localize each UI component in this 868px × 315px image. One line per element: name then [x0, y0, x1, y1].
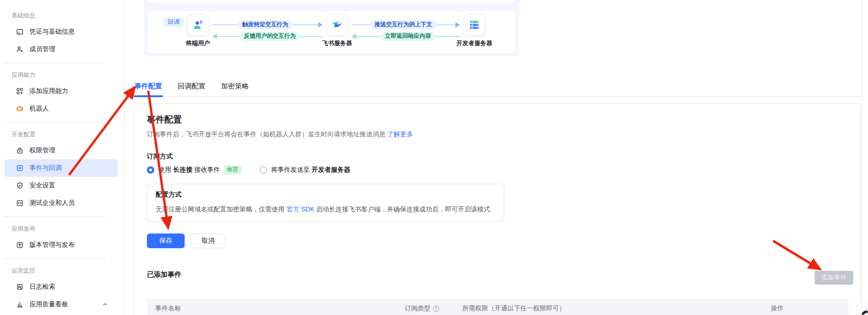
sidebar-section-capabilities: 应用能力	[0, 68, 124, 82]
column-header-actions: 操作	[771, 304, 784, 313]
diagram-node-label: 开发者服务器	[456, 39, 492, 47]
diagram-node-label: 飞书服务器	[322, 39, 352, 47]
feishu-logo-icon	[326, 14, 348, 35]
sidebar-item-version-release[interactable]: 版本管理与发布	[5, 236, 118, 254]
sidebar-item-bot[interactable]: 机器人	[5, 100, 118, 117]
flow-feedback-interaction: 反馈用户的交互行为	[212, 32, 323, 41]
chevron-up-icon[interactable]	[102, 302, 108, 307]
sidebar-item-credentials[interactable]: 凭证与基础信息	[5, 23, 118, 41]
flow-label: 立即返回响应内容	[380, 32, 436, 41]
flow-line	[351, 24, 370, 25]
save-button[interactable]: 保存	[147, 233, 185, 248]
flow-line	[300, 36, 323, 37]
official-sdk-link[interactable]: 官方 SDK	[286, 205, 315, 213]
add-event-button[interactable]: 添加事件	[815, 271, 853, 285]
divider	[3, 122, 106, 122]
sidebar-item-permissions[interactable]: 权限管理	[5, 142, 118, 159]
sidebar-item-events-callbacks[interactable]: 事件与回调	[5, 159, 118, 177]
id-card-icon	[16, 28, 23, 35]
sidebar-section-release: 应用发布	[0, 222, 124, 236]
sidebar-section-monitoring: 运营监控	[0, 263, 124, 278]
flow-line	[437, 24, 456, 25]
lock-icon	[16, 147, 23, 154]
flow-line	[356, 36, 380, 37]
column-header-event-name: 事件名称	[155, 304, 181, 313]
flow-trigger-interaction: 触发特定交互行为	[212, 21, 323, 29]
sidebar-item-label: 凭证与基础信息	[29, 28, 75, 36]
publish-icon	[16, 241, 23, 249]
column-header-required-permissions: 所需权限（开通以下任一权限即可）	[462, 304, 565, 313]
end-user-icon	[187, 14, 209, 35]
sidebar-section-basic-info: 基础信息	[0, 8, 124, 23]
diagram-node-label: 终端用户	[186, 39, 210, 47]
divider	[3, 63, 106, 63]
arrow-right-icon	[455, 22, 460, 28]
flow-line	[436, 36, 460, 37]
flow-label: 触发特定交互行为	[238, 20, 293, 29]
divider	[3, 216, 106, 217]
sidebar-item-add-capability[interactable]: 添加应用能力	[5, 82, 118, 100]
sidebar-item-security[interactable]: 安全设置	[5, 177, 118, 194]
member-add-icon	[16, 46, 23, 53]
sidebar-item-label: 版本管理与发布	[29, 241, 75, 249]
radio-label: 将事件发送至 开发者服务器	[271, 166, 350, 174]
tab-event-config[interactable]: 事件配置	[134, 79, 163, 96]
tab-callback-config[interactable]: 回调配置	[177, 79, 206, 96]
robot-icon	[16, 105, 23, 112]
diagram-node-developer-server: 开发者服务器	[464, 14, 485, 35]
grid-add-icon	[16, 88, 23, 95]
recommended-badge: 推荐	[224, 165, 241, 175]
callback-diagram-card: 回调 终端用户 触发特定交互行为 反馈用户的交互行为	[147, 10, 516, 53]
radio-long-connection[interactable]	[147, 166, 154, 174]
flow-immediate-response: 立即返回响应内容	[351, 32, 460, 41]
page-title: 事件配置	[147, 114, 182, 126]
shield-check-icon	[16, 182, 23, 189]
help-icon[interactable]: ?	[433, 305, 439, 312]
developer-server-icon	[464, 14, 485, 35]
learn-more-link[interactable]: 了解更多	[387, 130, 413, 138]
page-description: 订阅事件后，飞书开放平台将会在事件（如机器人入群）发生时向请求地址推送消息 了解…	[147, 130, 413, 139]
event-callback-icon	[16, 164, 23, 172]
cancel-button[interactable]: 取消	[191, 233, 226, 248]
sidebar-item-label: 测试企业和人员	[29, 199, 75, 207]
diagram-node-feishu-server: 飞书服务器	[326, 14, 348, 35]
floating-widget[interactable]	[856, 303, 868, 315]
added-events-heading: 已添加事件	[147, 270, 181, 279]
config-method-box: 配置方式 无需注册公网域名或配置加密策略，仅需使用 官方 SDK 启动长连接飞书…	[147, 184, 504, 222]
flow-line	[293, 24, 318, 25]
sidebar-item-members[interactable]: 成员管理	[5, 41, 118, 58]
sidebar-item-label: 权限管理	[29, 146, 55, 155]
widget-glyph-icon	[856, 304, 868, 315]
sidebar-item-label: 安全设置	[29, 181, 55, 190]
tab-bar: 事件配置 回调配置 加密策略	[134, 79, 861, 97]
flow-line	[217, 36, 239, 37]
arrow-left-icon	[351, 34, 356, 39]
sidebar-item-label: 添加应用能力	[29, 87, 68, 95]
flow-line	[212, 24, 238, 25]
subscribe-method-heading: 订阅方式	[147, 152, 173, 161]
sidebar-item-log-search[interactable]: 日志检索	[5, 278, 118, 296]
radio-options-row: 使用 长连接 接收事件 推荐 将事件发送至 开发者服务器	[147, 165, 350, 175]
arrow-left-icon	[212, 34, 217, 39]
log-search-icon	[16, 283, 23, 291]
sidebar-item-label: 成员管理	[29, 45, 55, 53]
sidebar-section-dev-config: 开发配置	[0, 127, 124, 142]
tab-encryption-policy[interactable]: 加密策略	[220, 79, 250, 96]
diagram-node-end-user: 终端用户	[187, 14, 209, 35]
events-table-header: 事件名称 订阅类型? 所需权限（开通以下任一权限即可） 操作	[147, 299, 849, 315]
flow-label: 反馈用户的交互行为	[239, 32, 301, 41]
page: 基础信息 凭证与基础信息 成员管理 应用能力 添加应用能力 机器人	[0, 0, 868, 315]
page-right-border	[862, 0, 862, 315]
config-method-title: 配置方式	[156, 191, 495, 199]
sidebar-item-test-company[interactable]: 测试企业和人员	[5, 194, 118, 212]
flow-label: 推送交互行为的上下文	[370, 20, 437, 29]
radio-developer-server[interactable]	[260, 166, 267, 174]
sidebar-item-label: 机器人	[29, 105, 49, 113]
sidebar-item-label: 日志检索	[29, 283, 55, 291]
config-method-body: 无需注册公网域名或配置加密策略，仅需使用 官方 SDK 启动长连接飞书客户端，并…	[156, 205, 495, 214]
sidebar-item-label: 事件与回调	[29, 164, 62, 172]
callback-diagram-panel: 回调 终端用户 触发特定交互行为 反馈用户的交互行为	[144, 0, 519, 56]
column-header-subscription-type: 订阅类型?	[405, 304, 439, 313]
callback-badge: 回调	[163, 17, 184, 27]
sidebar-item-quality-dashboard[interactable]: 应用质量看板	[5, 296, 118, 313]
